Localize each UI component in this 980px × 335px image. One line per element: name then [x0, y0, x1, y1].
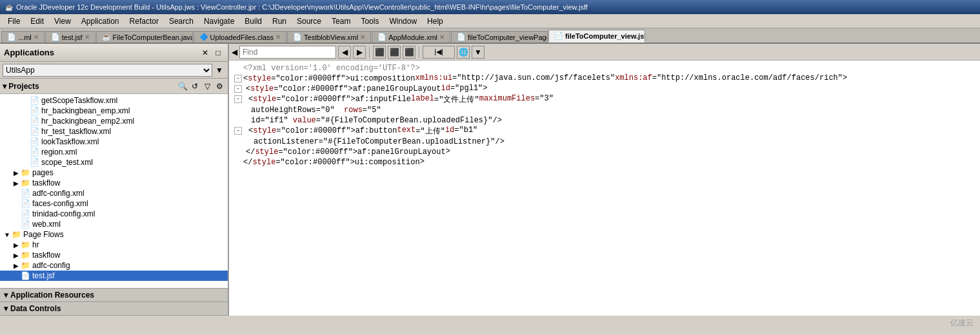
tree-item-t6[interactable]: 📄 region.xml [0, 147, 228, 157]
tree-item-t17[interactable]: ▶ 📁 adfc-config [0, 260, 228, 271]
find-option1-button[interactable]: ⬛ [373, 46, 386, 59]
menu-item-team[interactable]: Team [326, 15, 355, 27]
tree-item-t12[interactable]: 📄 trinidad-config.xml [0, 209, 228, 219]
tree-item-t14[interactable]: ▼ 📁 Page Flows [0, 229, 228, 240]
menu-item-tools[interactable]: Tools [355, 15, 384, 27]
selector-buttons: ▼ [214, 64, 225, 76]
tree-item-t3[interactable]: 📄 hr_backingbean_emp2.xml [0, 116, 228, 126]
tab-icon: 🔷 [199, 33, 208, 41]
add-app-button[interactable]: ▼ [214, 64, 225, 76]
tree-item-t16[interactable]: ▶ 📁 taskflow [0, 250, 228, 260]
item-label: lookTaskflow.xml [41, 137, 99, 146]
tree-item-t4[interactable]: 📄 hr_test_taskflow.xml [0, 126, 228, 137]
tree-item-t15[interactable]: ▶ 📁 hr [0, 240, 228, 250]
item-label: region.xml [41, 148, 77, 157]
tree-item-t11[interactable]: 📄 faces-config.xml [0, 198, 228, 209]
expander-icon[interactable]: ▶ [12, 252, 21, 259]
menu-item-view[interactable]: View [49, 15, 76, 27]
tab-tab3[interactable]: ☕FileToComputerBean.java✕ [96, 31, 193, 43]
tree-item-t1[interactable]: 📄 getScopeTaskflow.xml [0, 95, 228, 106]
find-option3-button[interactable]: ⬛ [403, 46, 415, 59]
item-icon: 📄 [21, 199, 30, 208]
tab-close[interactable]: ✕ [85, 34, 90, 41]
collapse-button[interactable]: - [234, 127, 242, 135]
item-icon: 📁 [21, 178, 30, 187]
tab-tab2[interactable]: 📄test.jsf✕ [45, 31, 95, 43]
find-extra-button[interactable]: ▼ [472, 46, 485, 59]
item-icon: 📄 [21, 209, 30, 218]
tree-item-t5[interactable]: 📄 lookTaskflow.xml [0, 137, 228, 147]
item-icon: 📄 [30, 137, 39, 146]
item-icon: 📁 [21, 261, 30, 270]
item-label: taskflow [32, 178, 60, 187]
expander-icon[interactable]: ▶ [12, 242, 21, 249]
menu-item-navigate[interactable]: Navigate [199, 15, 239, 27]
close-panel-button[interactable]: ✕ [199, 47, 211, 59]
menu-item-refactor[interactable]: Refactor [125, 15, 164, 27]
tab-close[interactable]: ✕ [439, 34, 445, 41]
tree-item-t8[interactable]: ▶ 📁 pages [0, 168, 228, 178]
menu-item-window[interactable]: Window [384, 15, 422, 27]
tree-item-t2[interactable]: 📄 hr_backingbean_emp.xml [0, 106, 228, 116]
code-editor[interactable]: <?xml version='1.0' encoding='UTF-8'?> -… [229, 61, 980, 316]
tree-item-t7[interactable]: 📄 scope_test.xml [0, 157, 228, 168]
item-label: web.xml [32, 220, 61, 229]
item-icon: 📁 [21, 240, 30, 249]
expander-icon[interactable]: ▼ [3, 231, 12, 238]
menu-item-help[interactable]: Help [422, 15, 448, 27]
code-line-cl2: - <style="color:#0000ff">ui:composition … [229, 73, 980, 84]
tab-tab5[interactable]: 📄TestblobView.xml✕ [287, 31, 371, 43]
tab-tab6[interactable]: 📄AppModule.xml✕ [372, 31, 450, 43]
tab-icon: 📄 [293, 33, 302, 41]
tree-item-t18[interactable]: 📄 test.jsf [0, 271, 228, 281]
filter-button[interactable]: ▽ [201, 81, 213, 92]
collapse-button[interactable]: - [234, 75, 242, 82]
item-icon: 📄 [21, 220, 30, 229]
collapse-button[interactable]: - [234, 85, 242, 93]
item-label: faces-config.xml [32, 199, 88, 208]
tab-tab7[interactable]: 📄fileToComputer_viewPageDef.xml✕ [451, 31, 548, 43]
menu-item-source[interactable]: Source [292, 15, 326, 27]
tab-close[interactable]: ✕ [34, 34, 39, 41]
tab-icon: ☕ [102, 33, 111, 41]
menu-item-file[interactable]: File [3, 15, 25, 27]
menu-bar: FileEditViewApplicationRefactorSearchNav… [0, 14, 980, 28]
app-dropdown[interactable]: UtilsApp [3, 64, 212, 77]
tab-tab1[interactable]: 📄...ml✕ [1, 31, 45, 43]
menu-item-build[interactable]: Build [239, 15, 267, 27]
find-option2-button[interactable]: ⬛ [388, 46, 401, 59]
menu-item-search[interactable]: Search [164, 15, 199, 27]
collapse-button[interactable]: - [234, 95, 242, 103]
find-next-button[interactable]: ▶ [353, 46, 366, 59]
tab-tab4[interactable]: 🔷UploadedFiles.class✕ [194, 31, 286, 43]
project-tree[interactable]: 📄 getScopeTaskflow.xml 📄 hr_backingbean_… [0, 94, 228, 288]
tab-close[interactable]: ✕ [360, 34, 365, 41]
project-toolbar: ▾ Projects 🔍 ↺ ▽ ⚙ [0, 79, 228, 94]
code-text: <style="color:#0000ff">af:button [243, 126, 397, 136]
tree-item-t9[interactable]: ▶ 📁 taskflow [0, 178, 228, 188]
menu-item-application[interactable]: Application [76, 15, 125, 27]
expander-icon[interactable]: ▶ [12, 169, 21, 177]
search-project-button[interactable]: 🔍 [177, 81, 188, 92]
code-line-cl10: </style="color:#0000ff">ui:composition> [229, 157, 980, 168]
item-label: hr [32, 240, 39, 249]
config-button[interactable]: ⚙ [214, 81, 225, 92]
find-prev-button[interactable]: ◀ [338, 46, 351, 59]
expand-icon: ▾ [4, 291, 8, 300]
application-resources-label[interactable]: ▾ Application Resources [0, 289, 228, 302]
find-input[interactable] [239, 46, 336, 59]
menu-item-edit[interactable]: Edit [25, 15, 49, 27]
menu-item-run[interactable]: Run [267, 15, 292, 27]
expander-icon[interactable]: ▶ [12, 180, 21, 187]
find-browser-button[interactable]: 🌐 [457, 46, 470, 59]
tab-label: TestblobView.xml [304, 34, 358, 41]
maximize-panel-button[interactable]: □ [212, 47, 224, 59]
sync-button[interactable]: ↺ [189, 81, 201, 92]
tree-item-t13[interactable]: 📄 web.xml [0, 219, 228, 229]
find-settings-button[interactable]: |◀| [423, 46, 455, 59]
data-controls-label[interactable]: ▾ Data Controls [0, 302, 228, 316]
expander-icon[interactable]: ▶ [12, 262, 21, 269]
tree-item-t10[interactable]: 📄 adfc-config.xml [0, 188, 228, 198]
tab-tab8[interactable]: 📄fileToComputer_view.jsff✕ [548, 30, 645, 43]
tab-close[interactable]: ✕ [275, 34, 281, 41]
